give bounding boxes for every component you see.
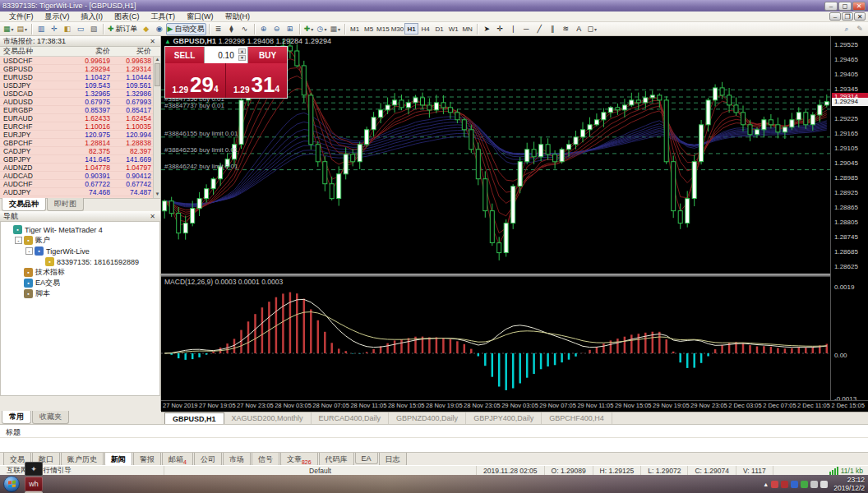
market-watch-row-audusd[interactable]: AUDUSD0.679750.67993 xyxy=(0,98,160,106)
scroll-down-icon[interactable]: ▼ xyxy=(154,191,160,198)
navigator-toggle[interactable]: ◧ xyxy=(61,23,74,35)
search-icon[interactable]: ⌕ xyxy=(840,23,853,35)
chart-tab-1[interactable]: XAGUSD200,Monthly xyxy=(224,412,312,424)
market-watch-row-eurchf[interactable]: EURCHF1.100161.10035 xyxy=(0,122,160,131)
tray-security-icon[interactable] xyxy=(791,481,798,488)
maximize-button[interactable]: ◻ xyxy=(838,2,852,11)
market-watch-row-eurjpy[interactable]: EURJPY120.975120.994 xyxy=(0,131,160,139)
menu-item-2[interactable]: 插入(I) xyxy=(76,12,109,21)
buy-button[interactable]: BUY xyxy=(248,47,287,63)
market-watch-row-gbpchf[interactable]: GBPCHF1.288141.28838 xyxy=(0,139,160,147)
lot-size-field[interactable]: 0.10 ▲ ▼ xyxy=(204,47,248,63)
horizontal-line-tool[interactable]: ─ xyxy=(519,23,533,35)
zoom-in-button[interactable]: ⊕ xyxy=(257,23,270,35)
timeframe-mn-button[interactable]: MN xyxy=(460,23,474,35)
scroll-up-icon[interactable]: ▲ xyxy=(154,57,160,63)
market-watch-row-eurgbp[interactable]: EURGBP0.853970.85417 xyxy=(0,106,160,114)
tray-network-icon[interactable] xyxy=(810,481,818,488)
taskbar-app1-icon[interactable]: ✦ xyxy=(25,462,43,477)
scroll-thumb[interactable] xyxy=(155,63,160,86)
tree-item-0[interactable]: ▪Tiger Wit- MetaTrader 4 xyxy=(1,224,159,235)
tray-flag-icon[interactable] xyxy=(771,481,778,488)
metaeditor-button[interactable]: ◆ xyxy=(140,23,153,35)
trendline-tool[interactable]: ╱ xyxy=(533,23,546,35)
title-bar[interactable]: 83397135: TigerWit-Live - [GBPUSD,H1] – … xyxy=(0,0,868,12)
menu-item-4[interactable]: 工具(T) xyxy=(145,12,182,21)
timeframe-m5-button[interactable]: M5 xyxy=(362,23,376,35)
child-restore-button[interactable]: ❐ xyxy=(842,12,853,21)
timeframe-d1-button[interactable]: D1 xyxy=(432,23,446,35)
navigator-caption[interactable]: 导航 ✕ xyxy=(0,211,160,222)
chart-tab-4[interactable]: GBPJPY400,Daily xyxy=(466,412,542,424)
market-watch-row-euraud[interactable]: EURAUD1.624331.62454 xyxy=(0,114,160,122)
autotrading-button[interactable]: ▶自动交易 xyxy=(166,23,206,35)
chart-tab-0[interactable]: GBPUSD,H1 xyxy=(164,412,224,424)
minimize-button[interactable]: – xyxy=(824,2,838,11)
market-watch-close-icon[interactable]: ✕ xyxy=(148,38,157,45)
market-watch-row-usdjpy[interactable]: USDJPY109.543109.561 xyxy=(0,81,160,90)
chart-tab-2[interactable]: EURCAD400,Daily xyxy=(312,412,390,424)
navigator-tab-0[interactable]: 常用 xyxy=(2,411,31,424)
cursor-tool[interactable]: ➤ xyxy=(480,23,493,35)
sell-price[interactable]: 1.29 29 4 xyxy=(165,63,226,98)
timeframe-m1-button[interactable]: M1 xyxy=(348,23,362,35)
terminal-toggle[interactable]: ▭ xyxy=(74,23,87,35)
tray-antivirus-icon[interactable] xyxy=(781,481,788,488)
periods-button[interactable]: ◷▾ xyxy=(316,23,329,35)
menu-item-3[interactable]: 图表(C) xyxy=(108,12,145,21)
tile-windows-button[interactable]: ⊞ xyxy=(284,23,297,35)
channel-tool[interactable]: ∥ xyxy=(546,23,559,35)
child-minimize-button[interactable]: – xyxy=(829,12,841,21)
market-watch-scrollbar[interactable]: ▲ ▼ xyxy=(153,57,160,198)
market-watch-row-audnzd[interactable]: AUDNZD1.047781.04797 xyxy=(0,164,160,172)
zoom-out-button[interactable]: ⊖ xyxy=(270,23,284,35)
timeframe-m15-button[interactable]: M15 xyxy=(376,23,390,35)
indicators-button[interactable]: ✚▾ xyxy=(302,23,316,35)
market-watch-row-usdchf[interactable]: USDCHF0.996190.99638 xyxy=(0,57,160,65)
new-chart-button[interactable]: ▦▾ xyxy=(2,23,16,35)
market-watch-row-cadjpy[interactable]: CADJPY82.37582.397 xyxy=(0,147,160,155)
taskbar-app2-icon[interactable]: wh xyxy=(25,477,43,491)
tree-item-2[interactable]: -▪TigerWit-Live xyxy=(1,246,159,256)
macd-panel[interactable] xyxy=(161,277,830,400)
market-watch-row-audjpy[interactable]: AUDJPY74.46874.487 xyxy=(0,188,160,196)
timeframe-h4-button[interactable]: H4 xyxy=(418,23,432,35)
tree-item-3[interactable]: ▪83397135: 18161592889 xyxy=(1,256,159,267)
tray-messenger-icon[interactable] xyxy=(801,481,808,488)
timeframe-m30-button[interactable]: M30 xyxy=(390,23,405,35)
timeframe-h1-button[interactable]: H1 xyxy=(404,23,418,35)
chart-window[interactable]: ▲ GBPUSD,H1 1.29298 1.29408 1.29284 1.29… xyxy=(161,36,868,412)
navigator-tab-1[interactable]: 收藏夹 xyxy=(32,411,69,424)
market-watch-tab-0[interactable]: 交易品种 xyxy=(2,198,46,211)
market-watch-tab-1[interactable]: 即时图 xyxy=(47,198,84,211)
tree-item-6[interactable]: ▪脚本 xyxy=(1,288,159,299)
candlestick-chart-button[interactable]: ⧫ xyxy=(225,23,238,35)
tree-expander-icon[interactable]: - xyxy=(15,237,22,244)
lot-increase-icon[interactable]: ▲ xyxy=(238,48,246,54)
market-watch-row-eurusd[interactable]: EURUSD1.104271.10444 xyxy=(0,73,160,81)
templates-button[interactable]: ▦▾ xyxy=(329,23,343,35)
market-watch-row-usdcad[interactable]: USDCAD1.329651.32986 xyxy=(0,90,160,98)
menu-item-5[interactable]: 窗口(W) xyxy=(181,12,219,21)
tray-expand-icon[interactable]: ▲ xyxy=(763,481,769,487)
close-button[interactable]: ✕ xyxy=(852,2,866,11)
menu-item-6[interactable]: 帮助(H) xyxy=(219,12,256,21)
crosshair-tool[interactable]: ✛ xyxy=(493,23,506,35)
price-axis[interactable]: 1.295251.294651.294051.293451.292251.291… xyxy=(830,36,868,400)
community-button[interactable]: ◉ xyxy=(153,23,166,35)
taskbar-clock[interactable]: 23:12 2019/12/2 xyxy=(830,476,865,492)
buy-price[interactable]: 1.29 31 4 xyxy=(226,63,287,98)
menu-item-0[interactable]: 文件(F) xyxy=(3,12,39,21)
shapes-tool[interactable]: ◻▾ xyxy=(585,23,598,35)
new-order-button[interactable]: ✚新订单 xyxy=(106,23,140,35)
text-tool[interactable]: A xyxy=(572,23,585,35)
line-chart-button[interactable]: ∿ xyxy=(238,23,252,35)
market-watch-row-audcad[interactable]: AUDCAD0.903910.90412 xyxy=(0,172,160,180)
sell-button[interactable]: SELL xyxy=(165,47,204,63)
profiles-button[interactable]: ▤▾ xyxy=(16,23,30,35)
timeframe-w1-button[interactable]: W1 xyxy=(446,23,460,35)
market-watch-row-audchf[interactable]: AUDCHF0.677220.67742 xyxy=(0,180,160,188)
chart-tab-5[interactable]: GBPCHF400,H4 xyxy=(542,412,612,424)
terminal-tab-11[interactable]: EA xyxy=(355,453,378,464)
vertical-line-tool[interactable]: ∣ xyxy=(506,23,519,35)
